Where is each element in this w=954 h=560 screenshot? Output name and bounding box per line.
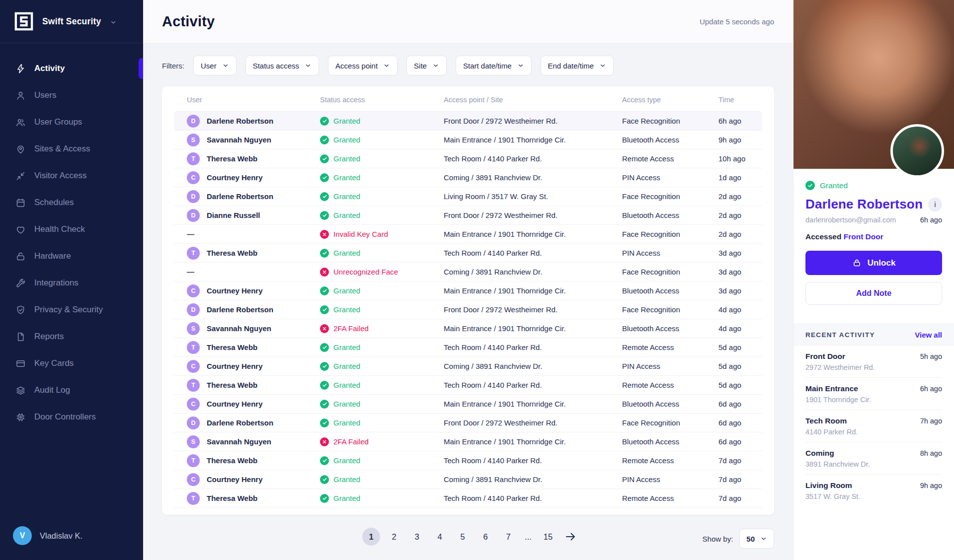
time-cell: 3d ago [718,268,762,276]
table-row[interactable]: D Darlene Robertson Granted Front Door /… [174,300,762,319]
table-row[interactable]: T Theresa Webb Granted Tech Room / 4140 … [174,375,762,394]
table-row[interactable]: — Invalid Key Card Main Entrance / 1901 … [174,224,762,243]
sidebar-item-integrations[interactable]: Integrations [0,270,143,296]
page-button-6[interactable]: 6 [477,528,494,546]
recent-activity-item[interactable]: Front Door 5h ago 2972 Westheimer Rd. [805,346,942,378]
user-avatar: S [187,134,200,146]
table-row[interactable]: T Theresa Webb Granted Tech Room / 4140 … [174,243,762,262]
chevron-down-icon [383,62,390,69]
user-name: Theresa Webb [207,456,257,465]
show-by-select[interactable]: 50 [739,529,774,549]
table-row[interactable]: C Courtney Henry Granted Main Entrance /… [174,281,762,300]
key-card-icon [15,358,26,369]
table-row[interactable]: C Courtney Henry Granted Main Entrance /… [174,394,762,413]
brand[interactable]: Swift Security [0,0,143,43]
user-avatar: T [187,379,200,392]
check-icon [320,305,329,314]
access-type-cell: Bluetooth Access [622,211,718,219]
status-cell: Granted [320,154,444,163]
sidebar-item-privacy-security[interactable]: Privacy & Security [0,296,143,323]
table-row[interactable]: D Darlene Robertson Granted Living Room … [174,187,762,206]
time-cell: 3d ago [718,249,762,257]
access-point-cell: Tech Room / 4140 Parker Rd. [444,456,622,465]
table-row[interactable]: S Savannah Nguyen Granted Main Entrance … [174,130,762,149]
table-row[interactable]: T Theresa Webb Granted Tech Room / 4140 … [174,489,762,507]
sidebar-item-users[interactable]: Users [0,82,143,109]
show-by-label: Show by: [703,535,733,543]
access-point-cell: Tech Room / 4140 Parker Rd. [444,249,622,257]
add-note-button[interactable]: Add Note [805,282,942,305]
recent-activity-item[interactable]: Main Entrance 6h ago 1901 Thornridge Cir… [805,378,942,410]
filter-dropdown-site[interactable]: Site [406,56,447,75]
sidebar-item-door-controllers[interactable]: Door Controllers [0,404,143,430]
filter-dropdown-status-access[interactable]: Status access [245,56,319,75]
filter-dropdown-start-date-time[interactable]: Start date/time [456,56,532,75]
status-badge-label: Granted [820,181,848,190]
table-row[interactable]: D Dianne Russell Granted Front Door / 29… [174,206,762,224]
accessed-door-link[interactable]: Front Door [844,232,883,241]
table-row[interactable]: C Courtney Henry Granted Coming / 3891 R… [174,356,762,375]
access-point-cell: Coming / 3891 Ranchview Dr. [444,173,622,182]
time-cell: 5d ago [718,362,762,370]
sidebar-item-audit-log[interactable]: Audit Log [0,377,143,404]
table-row[interactable]: S Savannah Nguyen 2FA Failed Main Entran… [174,432,762,451]
show-by: Show by: 50 [703,529,774,549]
filter-dropdown-user[interactable]: User [193,56,237,75]
time-cell: 6h ago [718,117,762,125]
page-button-7[interactable]: 7 [499,528,517,546]
info-icon[interactable]: i [928,198,942,211]
table-row[interactable]: C Courtney Henry Granted Coming / 3891 R… [174,168,762,187]
status-cell: Granted [320,400,444,409]
recent-address: 1901 Thornridge Cir. [805,396,942,404]
recent-activity-item[interactable]: Tech Room 7h ago 4140 Parker Rd. [805,410,942,442]
status-cell: Granted [320,494,444,503]
table-row[interactable]: — Unrecognized Face Coming / 3891 Ranchv… [174,262,762,281]
filter-dropdown-access-point[interactable]: Access point [328,56,398,75]
user-avatar: S [187,435,200,448]
table-row[interactable]: T Theresa Webb Granted Tech Room / 4140 … [174,338,762,356]
table-row[interactable]: D Darlene Robertson Granted Front Door /… [174,413,762,432]
sidebar-item-visitor-access[interactable]: Visitor Access [0,162,143,189]
sidebar-item-user-groups[interactable]: User Groups [0,109,143,136]
activity-table: User Status access Access point / Site A… [162,86,774,515]
accessed-row: Accessed Front Door [805,232,942,241]
table-row[interactable]: T Theresa Webb Granted Tech Room / 4140 … [174,451,762,470]
view-all-link[interactable]: View all [915,331,942,339]
user-name: Theresa Webb [207,381,257,389]
sidebar-item-reports[interactable]: Reports [0,323,143,350]
sidebar-nav: Activity Users User Groups Sites & Acces… [0,43,143,515]
status-cell: Granted [320,136,444,144]
page-button-3[interactable]: 3 [408,528,426,546]
table-row[interactable]: C Courtney Henry Granted Coming / 3891 R… [174,470,762,489]
page-title: Activity [162,13,215,30]
check-icon [320,286,329,295]
table-row[interactable]: D Darlene Robertson Granted Front Door /… [174,111,762,130]
user-cell: C Courtney Henry [187,398,320,411]
converge-arrows-icon [15,170,26,181]
table-row[interactable]: T Theresa Webb Granted Tech Room / 4140 … [174,149,762,168]
sidebar-item-key-cards[interactable]: Key Cards [0,350,143,377]
page-button-4[interactable]: 4 [431,528,449,546]
sidebar-item-schedules[interactable]: Schedules [0,189,143,216]
status-cell: Granted [320,475,444,484]
recent-activity-item[interactable]: Coming 8h ago 3891 Ranchview Dr. [805,442,942,475]
next-page-button[interactable] [564,531,576,543]
status-cell: Granted [320,305,444,314]
profile-time-ago: 6h ago [920,216,942,224]
recent-activity-item[interactable]: Living Room 9h ago 3517 W. Gray St. [805,475,942,506]
unlock-button[interactable]: Unlock [805,251,942,275]
filter-dropdown-end-date-time[interactable]: End date/time [541,56,614,75]
table-row[interactable]: S Savannah Nguyen 2FA Failed Main Entran… [174,319,762,338]
sidebar-item-health-check[interactable]: Health Check [0,216,143,243]
sidebar-item-activity[interactable]: Activity [0,55,143,82]
page-button-1[interactable]: 1 [362,528,380,546]
page-button-2[interactable]: 2 [385,528,403,546]
sidebar-user[interactable]: V Vladislav K. [0,515,143,560]
page-button-5[interactable]: 5 [454,528,472,546]
status-badge: Granted [805,181,942,190]
page-button-15[interactable]: 15 [539,528,557,546]
sidebar-item-hardware[interactable]: Hardware [0,243,143,270]
status-cell: Granted [320,381,444,390]
recent-time: 5h ago [920,352,942,360]
sidebar-item-sites-access[interactable]: Sites & Access [0,136,143,162]
